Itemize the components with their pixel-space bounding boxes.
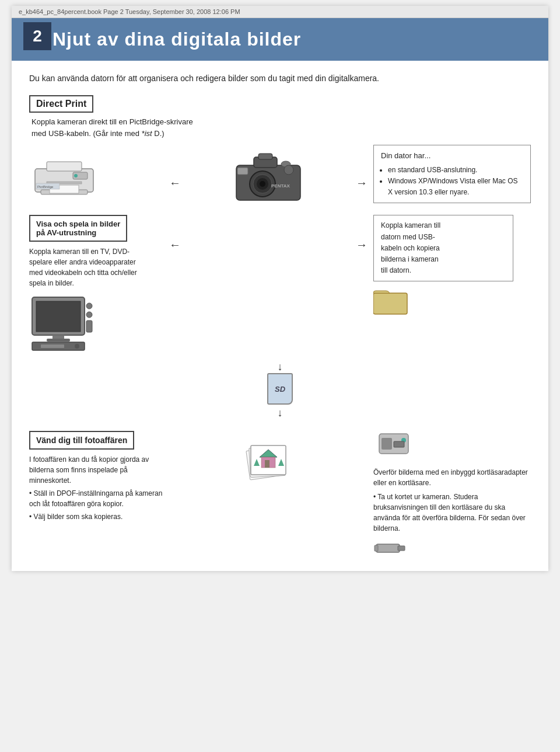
header: 2 Njut av dina digitala bilder bbox=[12, 18, 548, 61]
arrow-usb-right: → bbox=[356, 215, 368, 252]
vaend-item-0: I fotoaffären kan du få kopior gjorda av… bbox=[29, 454, 169, 486]
arrow-dator-right: → bbox=[356, 165, 368, 190]
svg-rect-36 bbox=[265, 460, 270, 468]
visa-text-line4: spela in bilder. bbox=[29, 279, 74, 287]
direct-print-description: Koppla kameran direkt till en PictBridge… bbox=[32, 116, 531, 139]
printer-col: PictBridge bbox=[29, 151, 169, 203]
vaend-item-1: Ställ in DPOF-inställningarna på kameran… bbox=[29, 488, 169, 509]
usb-text-line1: Koppla kameran till bbox=[381, 221, 440, 229]
direct-print-label: Direct Print bbox=[29, 95, 93, 113]
vaend-col: Vänd dig till fotoaffären I fotoaffären … bbox=[29, 431, 169, 522]
row2: Visa och spela in bilderpå AV-utrustning… bbox=[29, 215, 531, 355]
visa-label: Visa och spela in bilderpå AV-utrustning bbox=[29, 215, 127, 242]
svg-rect-21 bbox=[36, 301, 80, 332]
photo-prints-icon bbox=[245, 437, 292, 489]
svg-rect-16 bbox=[237, 168, 248, 175]
sd-row: ↓ SD ↓ bbox=[29, 361, 531, 419]
visa-text-line2: spelare eller andra videoapparater bbox=[29, 258, 136, 266]
full-diagram: PictBridge ← bbox=[29, 145, 531, 559]
svg-point-19 bbox=[284, 165, 293, 175]
svg-point-13 bbox=[260, 181, 265, 187]
svg-rect-1 bbox=[47, 162, 82, 171]
svg-rect-22 bbox=[52, 335, 64, 339]
arrow-down-from-sd: ↓ bbox=[278, 407, 283, 419]
svg-rect-42 bbox=[394, 441, 404, 447]
svg-rect-44 bbox=[398, 546, 405, 551]
av-col: Visa och spela in bilderpå AV-utrustning… bbox=[29, 215, 169, 355]
visa-text-line3: med videokabeln och titta och/eller bbox=[29, 269, 137, 277]
usb-text-line2: datorn med USB- bbox=[381, 233, 435, 241]
sd-label: SD bbox=[275, 385, 285, 394]
usb-text-line4: bilderna i kameran bbox=[381, 255, 439, 263]
dator-title: Din dator har... bbox=[381, 150, 523, 162]
vaend-item-2: Välj bilder som ska kopieras. bbox=[29, 511, 169, 522]
dator-col: Din dator har... en standard USB-anslutn… bbox=[368, 145, 531, 209]
svg-rect-15 bbox=[258, 154, 272, 159]
usb-drive-icon bbox=[373, 539, 531, 559]
card-reader-text: Överför bilderna med en inbyggd kortläsa… bbox=[373, 467, 531, 534]
visa-text-line1: Koppla kameran till en TV, DVD- bbox=[29, 248, 130, 256]
tv-icon bbox=[29, 294, 169, 355]
svg-rect-45 bbox=[374, 545, 378, 551]
usb-text-box: Koppla kameran till datorn med USB- kabe… bbox=[373, 215, 513, 281]
row1: PictBridge ← bbox=[29, 145, 531, 209]
dator-item-1: en standard USB-anslutning. bbox=[388, 165, 523, 176]
svg-point-29 bbox=[75, 344, 79, 349]
svg-point-25 bbox=[86, 312, 92, 318]
printer-icon: PictBridge bbox=[29, 151, 99, 200]
top-bar-text: e_kb464_pc_84percent.book Page 2 Tuesday… bbox=[19, 8, 240, 15]
dator-box: Din dator har... en standard USB-anslutn… bbox=[373, 145, 531, 203]
visa-text: Koppla kameran till en TV, DVD- spelare … bbox=[29, 246, 169, 288]
svg-rect-40 bbox=[382, 438, 392, 450]
svg-rect-43 bbox=[376, 544, 400, 552]
page-number: 2 bbox=[23, 22, 51, 50]
sd-section: ↓ SD ↓ bbox=[267, 361, 293, 419]
intro-text: Du kan använda datorn för att organisera… bbox=[29, 72, 531, 85]
content-area: Du kan använda datorn för att organisera… bbox=[12, 61, 548, 571]
card-reader-icon bbox=[373, 431, 531, 462]
arrow-down-to-sd: ↓ bbox=[278, 361, 283, 373]
dator-item-2: Windows XP/Windows Vista eller Mac OS X … bbox=[388, 176, 523, 198]
usb-text-line3: kabeln och kopiera bbox=[381, 244, 440, 252]
sd-card-icon: SD bbox=[267, 373, 293, 405]
arrow-av-left: ← bbox=[169, 215, 181, 252]
camera-icon: PENTAX bbox=[230, 148, 306, 206]
svg-point-5 bbox=[74, 174, 78, 177]
row3: Vänd dig till fotoaffären I fotoaffären … bbox=[29, 431, 531, 559]
top-bar: e_kb464_pc_84percent.book Page 2 Tuesday… bbox=[12, 6, 548, 18]
svg-rect-26 bbox=[86, 321, 92, 332]
svg-text:PENTAX: PENTAX bbox=[271, 183, 290, 189]
page-container: e_kb464_pc_84percent.book Page 2 Tuesday… bbox=[12, 6, 548, 571]
photo-prints-area bbox=[169, 431, 368, 489]
card-reader-title: Överför bilderna med en inbyggd kortläsa… bbox=[373, 467, 531, 488]
direct-print-line1: Koppla kameran direkt till en PictBridge… bbox=[32, 117, 193, 126]
usb-col: Koppla kameran till datorn med USB- kabe… bbox=[368, 215, 531, 318]
svg-rect-28 bbox=[41, 344, 64, 348]
card-reader-col: Överför bilderna med en inbyggd kortläsa… bbox=[368, 431, 531, 559]
vaend-text: I fotoaffären kan du få kopior gjorda av… bbox=[29, 454, 169, 522]
direct-print-line2: med USB-kabeln. (Går inte med *ist D.) bbox=[32, 129, 164, 138]
svg-rect-30 bbox=[373, 293, 407, 314]
header-title: Njut av dina digitala bilder bbox=[52, 29, 301, 50]
arrow-printer-left: ← bbox=[169, 165, 181, 190]
camera-area-top: PENTAX bbox=[181, 148, 356, 206]
svg-text:PictBridge: PictBridge bbox=[37, 185, 54, 189]
card-reader-item: Ta ut kortet ur kameran. Studera bruksan… bbox=[373, 492, 531, 534]
vaend-label: Vänd dig till fotoaffären bbox=[29, 431, 134, 450]
folder-icon bbox=[373, 287, 531, 318]
usb-text-line5: till datorn. bbox=[381, 266, 411, 274]
dator-list: en standard USB-anslutning. Windows XP/W… bbox=[381, 165, 523, 199]
direct-print-section: Direct Print Koppla kameran direkt till … bbox=[29, 95, 531, 139]
svg-point-24 bbox=[86, 303, 92, 309]
svg-rect-23 bbox=[47, 339, 70, 342]
